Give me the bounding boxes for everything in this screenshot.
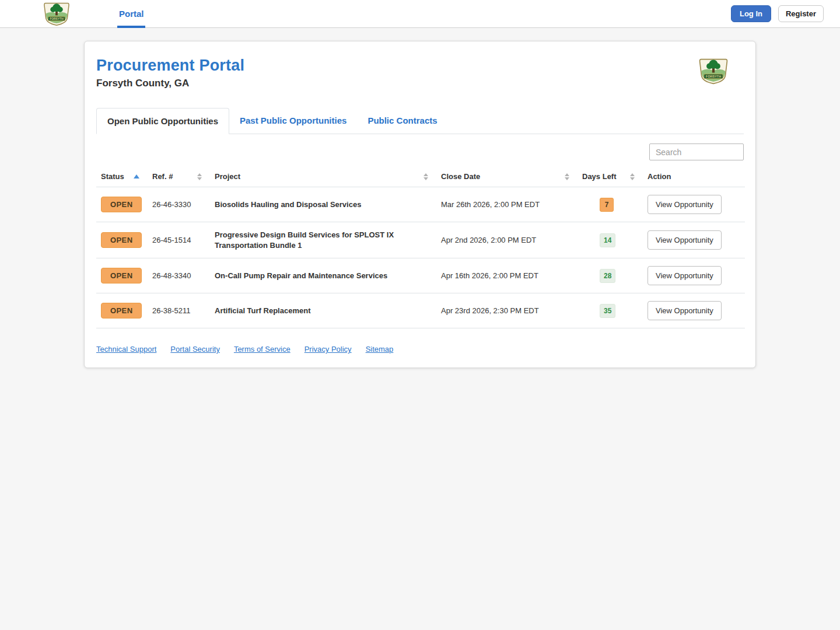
footer-link-privacy-policy[interactable]: Privacy Policy <box>304 345 352 354</box>
footer-links: Technical SupportPortal SecurityTerms of… <box>96 345 744 354</box>
days-left-badge: 35 <box>600 304 615 318</box>
days-left-badge: 14 <box>600 233 615 247</box>
footer-link-terms-of-service[interactable]: Terms of Service <box>234 345 290 354</box>
close-date: Apr 16th 2026, 2:00 PM EDT <box>436 258 578 293</box>
days-left-cell: 35 <box>578 293 643 328</box>
login-button[interactable]: Log In <box>731 5 771 22</box>
search-input[interactable] <box>649 144 744 160</box>
days-left-badge: 7 <box>600 198 614 212</box>
sort-icon <box>197 173 202 180</box>
sort-icon <box>424 173 428 180</box>
sort-ascending-icon <box>134 174 139 178</box>
footer-link-sitemap[interactable]: Sitemap <box>366 345 394 354</box>
column-label-action: Action <box>648 172 671 181</box>
register-button[interactable]: Register <box>778 5 824 22</box>
status-open-badge: OPEN <box>101 303 142 318</box>
column-header-days-left[interactable]: Days Left <box>578 169 643 187</box>
opportunities-table: Status Ref. # Project Close Date Days Le… <box>96 169 745 328</box>
project-name: Artificial Turf Replacement <box>210 293 436 328</box>
forsyth-county-crest-icon <box>698 58 729 85</box>
tab-public-contracts[interactable]: Public Contracts <box>357 108 447 134</box>
nav-portal-tab[interactable]: Portal <box>119 0 144 28</box>
status-open-badge: OPEN <box>101 268 142 284</box>
table-header-row: Status Ref. # Project Close Date Days Le… <box>96 169 745 187</box>
view-opportunity-button[interactable]: View Opportunity <box>648 301 722 320</box>
days-left-badge: 28 <box>600 269 615 283</box>
footer-link-portal-security[interactable]: Portal Security <box>170 345 220 354</box>
close-date: Apr 23rd 2026, 2:30 PM EDT <box>436 293 578 328</box>
action-cell: View Opportunity <box>643 293 745 328</box>
days-left-cell: 28 <box>578 258 643 293</box>
table-row: OPEN26-46-3330Biosolids Hauling and Disp… <box>96 187 745 222</box>
sort-icon <box>630 173 635 180</box>
project-name: Progressive Design Build Services for SP… <box>210 222 436 258</box>
status-cell: OPEN <box>96 258 148 293</box>
view-opportunity-button[interactable]: View Opportunity <box>648 195 722 214</box>
column-label-project: Project <box>215 172 240 181</box>
status-open-badge: OPEN <box>101 197 142 212</box>
table-body: OPEN26-46-3330Biosolids Hauling and Disp… <box>96 187 745 328</box>
status-open-badge: OPEN <box>101 232 142 248</box>
card-header: Procurement Portal Forsyth County, GA <box>96 57 744 89</box>
title-block: Procurement Portal Forsyth County, GA <box>96 57 244 89</box>
footer-link-technical-support[interactable]: Technical Support <box>96 345 156 354</box>
tabs: Open Public OpportunitiesPast Public Opp… <box>96 108 744 134</box>
status-cell: OPEN <box>96 222 148 258</box>
ref-number: 26-45-1514 <box>148 222 210 258</box>
status-cell: OPEN <box>96 293 148 328</box>
tab-past-public-opportunities[interactable]: Past Public Opportunities <box>229 108 357 134</box>
table-row: OPEN26-48-3340On-Call Pump Repair and Ma… <box>96 258 745 293</box>
page-subtitle: Forsyth County, GA <box>96 78 244 89</box>
ref-number: 26-38-5211 <box>148 293 210 328</box>
ref-number: 26-46-3330 <box>148 187 210 222</box>
ref-number: 26-48-3340 <box>148 258 210 293</box>
view-opportunity-button[interactable]: View Opportunity <box>648 266 722 285</box>
column-label-days-left: Days Left <box>582 172 617 181</box>
column-header-status[interactable]: Status <box>96 169 148 187</box>
column-header-close-date[interactable]: Close Date <box>436 169 578 187</box>
days-left-cell: 7 <box>578 187 643 222</box>
top-navbar: FORSYTH Portal Log In Register <box>0 0 840 28</box>
action-cell: View Opportunity <box>643 222 745 258</box>
project-name: Biosolids Hauling and Disposal Services <box>210 187 436 222</box>
column-label-status: Status <box>101 172 124 181</box>
action-cell: View Opportunity <box>643 187 745 222</box>
view-opportunity-button[interactable]: View Opportunity <box>648 230 722 250</box>
table-row: OPEN26-45-1514Progressive Design Build S… <box>96 222 745 258</box>
procurement-portal-card: Procurement Portal Forsyth County, GA Op… <box>84 41 756 368</box>
action-cell: View Opportunity <box>643 258 745 293</box>
column-label-close-date: Close Date <box>441 172 480 181</box>
column-label-ref: Ref. # <box>152 172 173 181</box>
search-row <box>96 144 744 160</box>
days-left-cell: 14 <box>578 222 643 258</box>
project-name: On-Call Pump Repair and Maintenance Serv… <box>210 258 436 293</box>
sort-icon <box>565 173 569 180</box>
close-date: Mar 26th 2026, 2:00 PM EDT <box>436 187 578 222</box>
tab-open-public-opportunities[interactable]: Open Public Opportunities <box>96 108 229 134</box>
status-cell: OPEN <box>96 187 148 222</box>
forsyth-county-logo-icon: FORSYTH <box>43 2 70 26</box>
close-date: Apr 2nd 2026, 2:00 PM EDT <box>436 222 578 258</box>
column-header-ref[interactable]: Ref. # <box>148 169 210 187</box>
nav-portal-link[interactable]: Portal <box>119 9 144 19</box>
column-header-action: Action <box>643 169 745 187</box>
table-row: OPEN26-38-5211Artificial Turf Replacemen… <box>96 293 745 328</box>
nav-active-underline <box>117 26 145 28</box>
page-title: Procurement Portal <box>96 57 244 75</box>
column-header-project[interactable]: Project <box>210 169 436 187</box>
